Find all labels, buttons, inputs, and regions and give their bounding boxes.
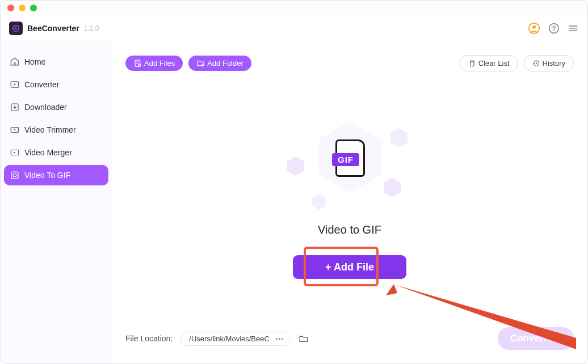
svg-point-12 bbox=[16, 132, 18, 133]
svg-point-15 bbox=[13, 173, 16, 177]
window-titlebar bbox=[1, 1, 587, 15]
sidebar-item-converter[interactable]: Converter bbox=[4, 74, 108, 95]
svg-marker-21 bbox=[386, 284, 397, 295]
converter-icon bbox=[10, 79, 20, 90]
home-icon bbox=[10, 57, 20, 67]
file-location-label: File Location: bbox=[125, 334, 173, 343]
svg-rect-14 bbox=[11, 172, 18, 179]
gif-badge: GIF bbox=[332, 153, 359, 166]
convert-all-button[interactable]: Convert All bbox=[498, 327, 574, 350]
path-text: /Users/link/Movies/BeeC bbox=[189, 335, 272, 343]
more-icon[interactable] bbox=[272, 336, 287, 342]
sidebar-item-video-to-gif[interactable]: Video To GIF bbox=[4, 165, 108, 185]
gif-illustration: GIF bbox=[293, 111, 406, 213]
button-label: Clear List bbox=[478, 59, 510, 67]
file-add-icon bbox=[133, 59, 142, 67]
drop-zone[interactable]: GIF Video to GIF + Add File bbox=[112, 71, 587, 327]
sidebar-item-label: Video To GIF bbox=[24, 171, 70, 180]
sidebar-item-label: Converter bbox=[24, 80, 59, 89]
gif-icon bbox=[10, 170, 20, 180]
history-icon bbox=[532, 60, 540, 67]
button-label: History bbox=[543, 59, 565, 67]
svg-point-2 bbox=[532, 25, 536, 28]
close-window-button[interactable] bbox=[7, 5, 14, 11]
app-logo bbox=[9, 22, 23, 35]
svg-text:?: ? bbox=[552, 24, 556, 32]
sidebar-item-downloader[interactable]: Downloader bbox=[4, 97, 108, 117]
add-files-button[interactable]: Add Files bbox=[125, 56, 183, 71]
sidebar-item-label: Downloader bbox=[24, 103, 67, 112]
file-location-path[interactable]: /Users/link/Movies/BeeC bbox=[180, 332, 291, 346]
user-account-button[interactable] bbox=[528, 22, 540, 35]
sidebar-item-label: Home bbox=[24, 57, 45, 66]
help-button[interactable]: ? bbox=[548, 23, 560, 34]
downloader-icon bbox=[10, 102, 20, 112]
sidebar-item-label: Video Trimmer bbox=[24, 125, 76, 134]
app-header: BeeConverter 1.2.0 ? bbox=[1, 15, 587, 41]
sidebar: Home Converter Downloader Video Trimmer … bbox=[1, 41, 112, 363]
clear-list-button[interactable]: Clear List bbox=[460, 55, 518, 71]
main-panel: Add Files Add Folder Clear List History bbox=[112, 41, 587, 363]
panel-title: Video to GIF bbox=[318, 223, 381, 236]
trimmer-icon bbox=[10, 125, 20, 135]
sidebar-item-trimmer[interactable]: Video Trimmer bbox=[4, 120, 108, 140]
add-folder-button[interactable]: Add Folder bbox=[188, 56, 251, 71]
open-folder-button[interactable] bbox=[299, 333, 309, 344]
sidebar-item-home[interactable]: Home bbox=[4, 52, 108, 72]
maximize-window-button[interactable] bbox=[30, 5, 37, 11]
add-file-button[interactable]: + Add File bbox=[293, 255, 406, 279]
app-name: BeeConverter bbox=[27, 24, 79, 33]
menu-button[interactable] bbox=[568, 23, 579, 34]
button-label: Add Folder bbox=[207, 59, 243, 67]
trash-icon bbox=[468, 60, 476, 67]
sidebar-item-merger[interactable]: Video Merger bbox=[4, 142, 108, 163]
button-label: Add Files bbox=[144, 59, 175, 67]
merger-icon bbox=[10, 147, 20, 158]
top-toolbar: Add Files Add Folder Clear List History bbox=[112, 41, 587, 71]
sidebar-item-label: Video Merger bbox=[24, 148, 72, 157]
svg-rect-8 bbox=[14, 62, 16, 65]
bottom-bar: File Location: /Users/link/Movies/BeeC C… bbox=[112, 327, 587, 363]
history-button[interactable]: History bbox=[524, 55, 574, 71]
folder-add-icon bbox=[196, 59, 205, 67]
app-version: 1.2.0 bbox=[84, 24, 99, 32]
minimize-window-button[interactable] bbox=[19, 5, 26, 11]
